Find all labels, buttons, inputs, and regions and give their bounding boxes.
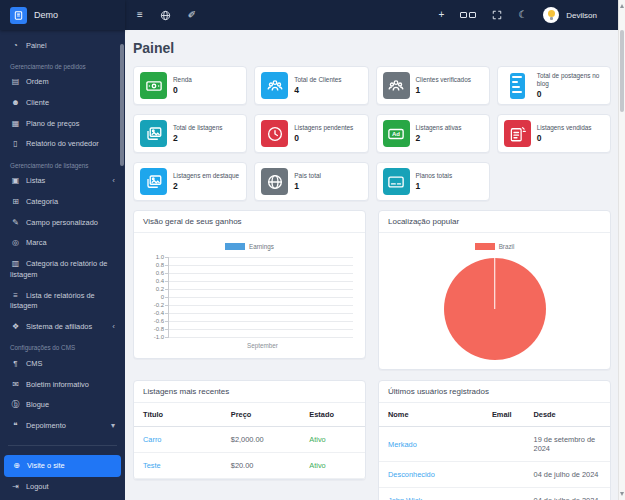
list-icon: ≡ [10,290,21,302]
scroll-up-arrow-icon[interactable] [620,4,624,8]
listing-link[interactable]: Teste [134,453,222,479]
user-since: 04 de julho de 2024 [525,488,610,500]
globe-icon[interactable] [160,10,171,21]
sidebar-item-label: Cliente [26,98,49,107]
sidebar-nav: ◔Painel Gerenciamento de pedidos ▤Ordem … [0,30,125,500]
sidebar-item-label: Campo personalizado [26,218,98,227]
sidebar-item-ordem[interactable]: ▤Ordem [0,72,125,93]
stat-card-pais-total: País total1 [254,162,368,201]
earnings-chart-panel: Visão geral de seus ganhos Earnings 1.00… [133,210,366,359]
list-alt-icon: ▥ [10,258,21,270]
sold-listing-icon [504,120,531,147]
sidebar-item-label: Blogue [26,400,49,409]
app-logo-icon [10,7,27,24]
user-link[interactable]: John Wick [379,488,483,500]
location-chart-panel: Localização popular Brazil [378,210,611,370]
stat-card-listagens-destaque: Listagens em destaque2 [133,162,247,201]
fullscreen-icon[interactable] [492,10,502,20]
tables-row: Listagens mais recentes Título Preço Est… [133,380,611,500]
sidebar-item-label: Ordem [26,77,49,86]
sidebar-item-painel[interactable]: ◔Painel [0,35,125,56]
stat-label: Total de postagens no blog [537,72,604,87]
sidebar-item-plano-de-precos[interactable]: ▦Plano de preços [0,113,125,134]
sidebar-item-cliente[interactable]: ☻Cliente [0,92,125,113]
paragraph-icon: ¶ [10,358,21,370]
sidebar-item-label: Painel [26,41,47,50]
sidebar-item-marca[interactable]: ◎Marca [0,233,125,254]
stats-row-2: Total de listagens2 Listagens pendentes0… [133,114,611,153]
column-header: Email [483,403,525,427]
user-link[interactable]: Merkado [379,427,483,462]
legend-label: Earnings [249,243,274,250]
stat-value: 2 [416,133,462,143]
table-header-row: Nome Email Desde [379,403,610,427]
table-row: Carro $2,000.00 Ativo [134,427,365,453]
user-email [483,427,525,462]
sidebar-item-logout[interactable]: ⇥Logout [0,477,125,498]
stat-label: Listagens ativas [416,124,462,132]
sidebar-item-listas[interactable]: ‹▣Listas [0,171,125,192]
sidebar-item-categoria[interactable]: ⊞Categoria [0,191,125,212]
listing-link[interactable]: Carro [134,427,222,453]
user-link[interactable]: Desconhecido [379,462,483,488]
cards-icon[interactable] [460,12,476,18]
sidebar-item-campo-personalizado[interactable]: ✎Campo personalizado [0,212,125,233]
page-scrollbar-thumb[interactable] [620,30,624,112]
sidebar-item-sistema-afiliados[interactable]: ‹❖Sistema de afiliados [0,317,125,338]
sidebar-item-label: Plano de preços [26,119,79,128]
sidebar-item-label: Sistema de afiliados [26,322,92,331]
listing-price: $2,000.00 [222,427,301,453]
column-header: Desde [525,403,610,427]
top-navbar: ≡ ✐ + ☾ Devilson [125,0,625,30]
images-icon [140,120,167,147]
page-scrollbar[interactable] [618,0,625,500]
sidebar-item-relatorio-vendedor[interactable]: ▯Relatório do vendedor [0,134,125,155]
sidebar-item-lista-relatorios[interactable]: ≡Lista de relatórios de listagem [0,285,125,316]
user-name[interactable]: Devilson [566,11,597,20]
globe-icon [261,168,288,195]
avatar[interactable] [543,7,559,23]
recent-listings-table: Título Preço Estado Carro $2,000.00 Ativ… [134,403,365,479]
sidebar-item-boletim[interactable]: ✉Boletim informativo [0,374,125,395]
chart-legend: Brazil [475,243,515,250]
plus-icon[interactable]: + [439,10,445,20]
menu-icon[interactable]: ≡ [137,10,143,20]
sidebar-item-visite-o-site[interactable]: ⊕Visite o site [4,455,121,477]
sidebar-item-categoria-relatorio[interactable]: ▥Categoria do relatório de listagem [0,254,125,285]
credit-card-icon [383,168,410,195]
globe-icon: ⊕ [11,460,22,472]
brand-name: Demo [34,10,58,20]
sidebar-item-label: Listas [26,176,45,185]
scroll-down-arrow-icon[interactable] [620,492,624,496]
stat-label: Listagens vendidas [537,124,592,132]
badge-icon: ◎ [10,237,21,249]
main-area: ≡ ✐ + ☾ Devilson Painel [125,0,625,500]
sidebar-item-depoimento[interactable]: ▾❝Depoimento [0,415,125,436]
chart-legend: Earnings [142,243,357,250]
y-axis-labels: 1.00.80.60.40.20-0.2-0.4-0.6-0.8-1.0 [142,257,164,338]
table-row: Teste $20.00 Ativo [134,453,365,479]
blog-posts-icon [504,72,531,99]
sidebar-item-label: Relatório do vendedor [26,139,99,148]
stat-card-total-listagens: Total de listagens2 [133,114,247,153]
bar-chart: 1.00.80.60.40.20-0.2-0.4-0.6-0.8-1.0 Sep… [142,257,357,349]
sidebar-item-label: Lista de relatórios de listagem [10,291,95,311]
moon-icon[interactable]: ☾ [518,10,527,20]
panel-title: Listagens mais recentes [134,381,365,403]
panel-title: Visão geral de seus ganhos [134,211,365,233]
sidebar-item-cms[interactable]: ¶CMS [0,353,125,374]
brush-icon[interactable]: ✐ [188,10,196,20]
stat-label: País total [294,172,321,180]
sidebar-item-blogue[interactable]: ⓑBlogue [0,395,125,416]
stat-card-listagens-ativas: Ad Listagens ativas2 [376,114,490,153]
stat-card-renda: Renda0 [133,66,247,105]
stat-label: Clientes verificados [416,76,471,84]
panel-title: Localização popular [379,211,610,233]
brand[interactable]: Demo [0,0,125,30]
legend-swatch [225,243,245,250]
stats-row-1: Renda0 Total de Clientes4 Clientes verif… [133,66,611,105]
table-header-row: Título Preço Estado [134,403,365,427]
sidebar-scrollbar-thumb[interactable] [120,44,124,166]
user-email [483,462,525,488]
pie-chart: Brazil [387,241,602,360]
